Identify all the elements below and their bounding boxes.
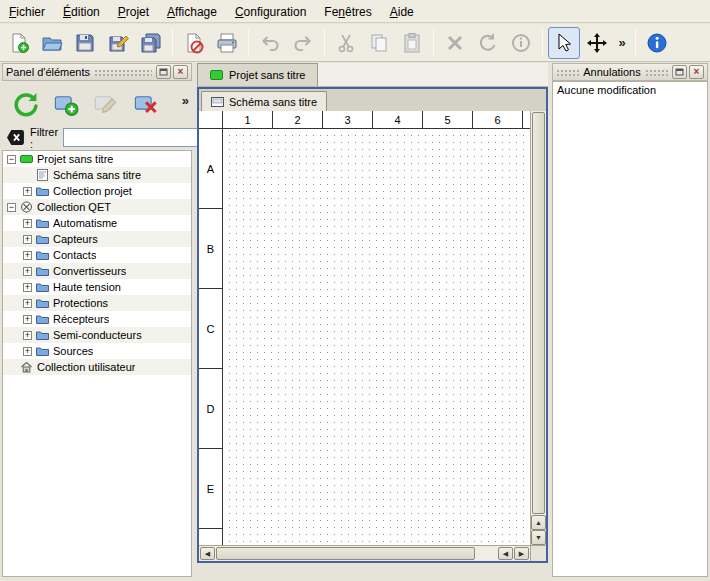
collapse-icon[interactable]: − [7,203,16,212]
chevron-double-right-icon: » [618,35,625,50]
dock-drag-grip[interactable] [645,68,668,76]
tree-item-project[interactable]: − Projet sans titre [3,151,191,167]
paste-button[interactable] [396,27,428,59]
expand-icon[interactable]: + [23,187,32,196]
filter-input[interactable] [63,128,213,147]
menu-configuration[interactable]: Configuration [226,0,315,22]
elements-panel-titlebar[interactable]: Panel d'éléments × [2,63,192,81]
tab-schema[interactable]: Schéma sans titre [201,91,327,111]
reload-collections-button[interactable] [7,85,43,121]
dock-close-button[interactable]: × [173,65,188,79]
undo-button[interactable] [254,27,286,59]
redo-button[interactable] [287,27,319,59]
edit-element-button[interactable] [87,85,123,121]
menu-fenetres[interactable]: Fenêtres [315,0,380,22]
row-ruler: A B C D E [199,129,223,545]
cut-button[interactable] [330,27,362,59]
expand-icon[interactable]: + [23,235,32,244]
expand-icon[interactable]: + [23,331,32,340]
clear-filter-button[interactable] [6,128,25,147]
copy-button[interactable] [363,27,395,59]
toolbar-separator [635,30,636,56]
scrollbar-track[interactable] [216,547,497,560]
dock-float-button[interactable] [672,65,687,79]
close-file-button[interactable] [178,27,210,59]
tabbar-empty-area [318,63,548,86]
expand-icon[interactable]: + [23,251,32,260]
undo-panel-dock: Annulations × Aucune modification [552,63,708,577]
dock-drag-grip[interactable] [94,68,152,76]
tree-item-collection-qet[interactable]: − Collection QET [3,199,191,215]
tree-item-sources[interactable]: + Sources [3,343,191,359]
about-info-icon [646,32,668,54]
project-tabbar: Projet sans titre [197,63,548,87]
delete-button[interactable] [439,27,471,59]
arrow-up-icon: ▲ [535,519,542,526]
save-button[interactable] [69,27,101,59]
scroll-right-button[interactable]: ▶ [514,547,529,560]
undo-panel-titlebar[interactable]: Annulations × [552,63,708,81]
menu-affichage[interactable]: Affichage [158,0,226,22]
scrollbar-track[interactable] [532,112,545,514]
expand-icon[interactable]: + [23,219,32,228]
save-all-button[interactable] [135,27,167,59]
tree-item-semi-conducteurs[interactable]: + Semi-conducteurs [3,327,191,343]
new-element-button[interactable] [47,85,83,121]
arrow-left-icon: ◀ [205,550,210,558]
collapse-icon[interactable]: − [7,155,16,164]
rotate-button[interactable] [472,27,504,59]
expand-icon[interactable]: + [23,347,32,356]
scrollbar-thumb[interactable] [532,112,545,514]
about-button[interactable] [641,27,673,59]
scroll-up-button[interactable]: ▲ [531,515,546,530]
schema-canvas[interactable] [223,129,530,545]
tree-item-capteurs[interactable]: + Capteurs [3,231,191,247]
select-mode-button[interactable] [548,27,580,59]
save-as-button[interactable] [102,27,134,59]
expand-icon[interactable]: + [23,283,32,292]
schema-tabbar: Schéma sans titre [199,89,546,111]
qet-collection-icon [20,201,33,213]
panel-toolbar-overflow-button[interactable]: » [182,93,189,108]
print-icon [216,32,238,54]
expand-icon[interactable]: + [23,299,32,308]
undo-history-list[interactable]: Aucune modification [552,81,708,577]
tree-item-haute-tension[interactable]: + Haute tension [3,279,191,295]
tree-item-recepteurs[interactable]: + Récepteurs [3,311,191,327]
scrollbar-thumb[interactable] [216,547,475,560]
tree-item-contacts[interactable]: + Contacts [3,247,191,263]
menu-fichier[interactable]: Fichier [0,0,54,22]
tree-item-schema[interactable]: Schéma sans titre [3,167,191,183]
toolbar-overflow-button[interactable]: » [614,27,630,59]
pan-mode-button[interactable] [581,27,613,59]
scroll-left-button-2[interactable]: ◀ [498,547,513,560]
dock-close-button[interactable]: × [689,65,704,79]
print-button[interactable] [211,27,243,59]
expand-icon[interactable]: + [23,315,32,324]
delete-element-button[interactable] [127,85,163,121]
tab-project[interactable]: Projet sans titre [197,63,318,86]
ruler-column-label: 5 [423,111,473,128]
tree-item-convertisseurs[interactable]: + Convertisseurs [3,263,191,279]
tree-item-automatisme[interactable]: + Automatisme [3,215,191,231]
ruler-corner [199,111,223,129]
tree-item-collection-projet[interactable]: + Collection projet [3,183,191,199]
menu-edition[interactable]: Édition [54,0,109,22]
dock-float-button[interactable] [156,65,171,79]
open-project-button[interactable] [36,27,68,59]
new-file-button[interactable] [3,27,35,59]
scroll-left-button[interactable]: ◀ [200,547,215,560]
scroll-down-button[interactable]: ▼ [531,530,546,545]
open-folder-icon [41,32,63,54]
copy-icon [368,32,390,54]
menu-aide[interactable]: Aide [381,0,423,22]
ruler-row-label: B [199,209,222,289]
vertical-scrollbar[interactable]: ▲ ▼ [530,111,546,545]
expand-icon[interactable]: + [23,267,32,276]
element-info-button[interactable] [505,27,537,59]
dock-drag-grip[interactable] [556,68,579,76]
horizontal-scrollbar[interactable]: ◀ ◀ ▶ [199,545,530,561]
tree-item-collection-utilisateur[interactable]: Collection utilisateur [3,359,191,375]
menu-projet[interactable]: Projet [109,0,158,22]
tree-item-protections[interactable]: + Protections [3,295,191,311]
